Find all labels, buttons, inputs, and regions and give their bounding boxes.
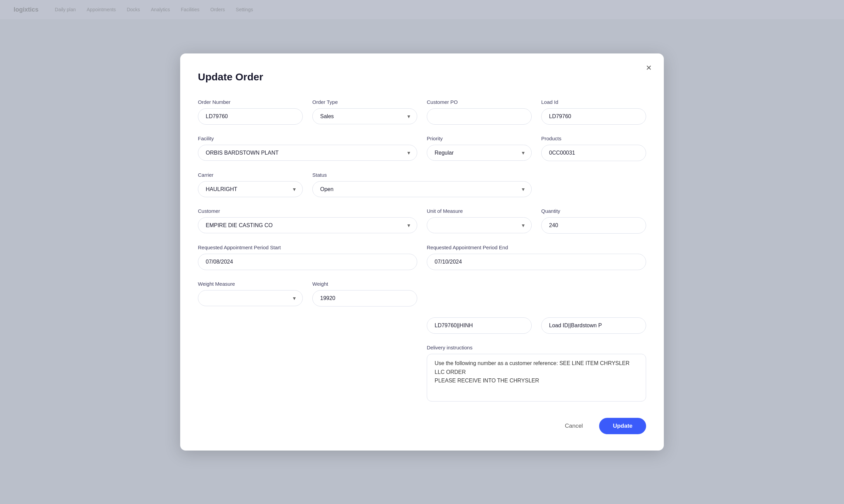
quantity-label: Quantity — [541, 208, 646, 214]
status-field: Status Open Closed Pending ▼ — [312, 172, 532, 197]
modal-footer: Cancel Update — [198, 418, 646, 434]
empty-left2 — [198, 345, 417, 401]
unit-of-measure-label: Unit of Measure — [427, 208, 532, 214]
customer-label: Customer — [198, 208, 417, 214]
carrier-select-wrapper: HAULRIGHT Other Carrier ▼ — [198, 181, 303, 197]
ref2-field — [541, 317, 646, 334]
load-id-label: Load Id — [541, 99, 646, 105]
weight-measure-field: Weight Measure LBS KGS ▼ — [198, 281, 303, 306]
update-button[interactable]: Update — [599, 418, 646, 434]
load-id-field: Load Id — [541, 99, 646, 125]
order-type-field: Order Type Sales Purchase Transfer ▼ — [312, 99, 417, 125]
order-number-input[interactable] — [198, 108, 303, 125]
modal-title: Update Order — [198, 71, 646, 83]
priority-label: Priority — [427, 136, 532, 141]
delivery-instructions-textarea[interactable]: Use the following number as a customer r… — [427, 354, 646, 401]
products-input[interactable] — [541, 145, 646, 161]
order-number-label: Order Number — [198, 99, 303, 105]
carrier-label: Carrier — [198, 172, 303, 178]
facility-select[interactable]: ORBIS BARDSTOWN PLANT Other Facility — [198, 145, 417, 161]
close-button[interactable]: × — [646, 63, 652, 73]
customer-po-field: Customer PO — [427, 99, 532, 125]
delivery-instructions-label: Delivery instructions — [427, 345, 646, 350]
empty-left — [198, 317, 417, 334]
status-select[interactable]: Open Closed Pending — [312, 181, 532, 197]
weight-measure-select[interactable]: LBS KGS — [198, 290, 303, 306]
ref1-input[interactable] — [427, 317, 532, 334]
products-label: Products — [541, 136, 646, 141]
req-start-field: Requested Appointment Period Start — [198, 245, 417, 270]
carrier-select[interactable]: HAULRIGHT Other Carrier — [198, 181, 303, 197]
update-order-modal: × Update Order Order Number Order Type S… — [180, 53, 664, 451]
facility-field: Facility ORBIS BARDSTOWN PLANT Other Fac… — [198, 136, 417, 161]
weight-measure-label: Weight Measure — [198, 281, 303, 287]
carrier-field: Carrier HAULRIGHT Other Carrier ▼ — [198, 172, 303, 197]
modal-backdrop: × Update Order Order Number Order Type S… — [0, 0, 844, 504]
facility-label: Facility — [198, 136, 417, 141]
quantity-input[interactable] — [541, 217, 646, 234]
order-type-label: Order Type — [312, 99, 417, 105]
req-start-label: Requested Appointment Period Start — [198, 245, 417, 250]
priority-select[interactable]: Regular High Low — [427, 145, 532, 161]
ref2-input[interactable] — [541, 317, 646, 334]
req-start-input[interactable] — [198, 254, 417, 270]
order-number-field: Order Number — [198, 99, 303, 125]
load-id-input[interactable] — [541, 108, 646, 125]
priority-field: Priority Regular High Low ▼ — [427, 136, 532, 161]
customer-select[interactable]: EMPIRE DIE CASTING CO Other Customer — [198, 217, 417, 233]
order-type-select-wrapper: Sales Purchase Transfer ▼ — [312, 108, 417, 124]
products-field: Products — [541, 136, 646, 161]
status-select-wrapper: Open Closed Pending ▼ — [312, 181, 532, 197]
facility-select-wrapper: ORBIS BARDSTOWN PLANT Other Facility ▼ — [198, 145, 417, 161]
req-end-input[interactable] — [427, 254, 646, 270]
req-end-label: Requested Appointment Period End — [427, 245, 646, 250]
order-type-select[interactable]: Sales Purchase Transfer — [312, 108, 417, 124]
customer-select-wrapper: EMPIRE DIE CASTING CO Other Customer ▼ — [198, 217, 417, 233]
unit-of-measure-select-wrapper: Each Pallet Case ▼ — [427, 217, 532, 233]
priority-select-wrapper: Regular High Low ▼ — [427, 145, 532, 161]
quantity-field: Quantity — [541, 208, 646, 234]
form-grid: Order Number Order Type Sales Purchase T… — [198, 99, 646, 401]
weight-measure-select-wrapper: LBS KGS ▼ — [198, 290, 303, 306]
weight-input[interactable] — [312, 290, 417, 306]
weight-label: Weight — [312, 281, 417, 287]
customer-field: Customer EMPIRE DIE CASTING CO Other Cus… — [198, 208, 417, 234]
unit-of-measure-select[interactable]: Each Pallet Case — [427, 217, 532, 233]
req-end-field: Requested Appointment Period End — [427, 245, 646, 270]
cancel-button[interactable]: Cancel — [555, 418, 592, 434]
status-label: Status — [312, 172, 532, 178]
weight-field: Weight — [312, 281, 417, 306]
ref1-field — [427, 317, 532, 334]
unit-of-measure-field: Unit of Measure Each Pallet Case ▼ — [427, 208, 532, 234]
customer-po-label: Customer PO — [427, 99, 532, 105]
customer-po-input[interactable] — [427, 108, 532, 125]
delivery-instructions-field: Delivery instructions Use the following … — [427, 345, 646, 401]
